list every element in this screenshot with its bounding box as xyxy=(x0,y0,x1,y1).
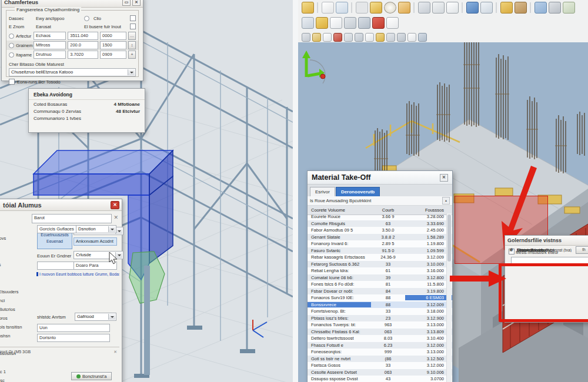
form-dropdown[interactable]: Dsnotion xyxy=(76,225,116,233)
material-list-item[interactable]: essarr Ue Butcrlos xyxy=(0,305,35,314)
select-icon[interactable] xyxy=(344,33,353,42)
takeoff-row[interactable]: Fonaoros Surv19 I0E: 88 6 ESM03 xyxy=(308,294,452,301)
takeoff-row[interactable]: Fabor Asmodtus 09 5 3.50.0 2.45.000 xyxy=(308,227,452,234)
folder-icon[interactable] xyxy=(302,2,314,14)
takeoff-row[interactable]: Foneoseorqtos: 999 3.13.000 xyxy=(308,349,452,356)
dorisnto-field[interactable]: Dorisnto xyxy=(37,334,110,342)
undo-red-icon[interactable] xyxy=(333,33,342,42)
toolbar-separator[interactable] xyxy=(462,2,463,13)
takeoff-tab[interactable]: Esrivor xyxy=(310,187,335,196)
value-field-2[interactable]: 0909 xyxy=(100,51,126,59)
takeoff-row[interactable]: Pbtass losz's btles: 23 3.12.900 xyxy=(308,315,452,322)
calc-icon[interactable] xyxy=(386,33,395,42)
value-field-2[interactable]: 1500 xyxy=(100,41,126,49)
material-list-item[interactable]: Ufruatoo xyxy=(0,225,35,234)
user-blue-icon[interactable] xyxy=(466,2,479,14)
alarm-red-icon[interactable] xyxy=(372,17,385,29)
gear-icon[interactable] xyxy=(302,33,310,42)
frame-icon[interactable] xyxy=(323,33,332,42)
plug-icon[interactable] xyxy=(397,33,406,42)
name-field[interactable]: Echaos xyxy=(34,32,66,40)
toolbar-separator[interactable] xyxy=(351,2,352,13)
value-field-2[interactable]: 0000 xyxy=(100,32,126,40)
clip-icon[interactable] xyxy=(312,33,321,42)
value-field[interactable]: 3511.040 xyxy=(68,32,98,40)
material-list-item[interactable]: usthoans xyxy=(0,252,35,260)
wrench-icon[interactable] xyxy=(549,2,561,14)
takeoff-row[interactable]: Rebar kasoagris Ertsctaoss 24.36-9 3.12.… xyxy=(308,254,452,261)
pencil-icon[interactable] xyxy=(534,2,547,14)
takeoff-row[interactable]: Genant Slatale 3.8.8 2 1.58.289 xyxy=(308,234,452,241)
toolbar-separator[interactable] xyxy=(317,2,318,13)
material-list-item[interactable]: Wfemsun Etsuuders xyxy=(0,287,35,296)
chart-icon[interactable] xyxy=(302,17,314,29)
close-icon[interactable]: ✕ xyxy=(440,174,448,182)
row-button[interactable]: ↕ xyxy=(128,41,136,49)
components-icon[interactable] xyxy=(418,2,430,14)
material-list-item[interactable]: a dtss s strsc xyxy=(0,376,35,382)
takeoff-titlebar[interactable]: Material Take-Off ✕ xyxy=(308,171,452,185)
checkbox-icon[interactable] xyxy=(130,15,136,21)
options-dialog-titlebar[interactable]: Golerndsrfilie vistnss xyxy=(505,236,588,246)
takeoff-row[interactable]: Fasuro Svtanlc 91.5 0 1.09.599 xyxy=(308,247,452,254)
takeoff-row[interactable]: Fonanctos Tuverps: bt: 963 3.13.000 xyxy=(308,321,452,329)
radio-icon[interactable] xyxy=(9,43,14,48)
material-list-item[interactable]: uat lnens xyxy=(0,279,35,287)
table-icon[interactable] xyxy=(365,33,374,42)
archive-icon[interactable] xyxy=(344,17,356,29)
window-small-icon[interactable] xyxy=(407,33,416,42)
material-list-item[interactable]: ngssek booros xyxy=(0,314,35,323)
takeoff-row[interactable]: Fsetsca Gosos 33 3.12.000 xyxy=(308,362,452,369)
row-button[interactable]: + xyxy=(128,51,136,59)
copy-icon[interactable] xyxy=(480,2,493,14)
chevron-down-icon[interactable] xyxy=(108,314,115,320)
browse-icon[interactable] xyxy=(130,24,136,29)
takeoff-row[interactable]: Comotte Rbsguts 63 3.33.690 xyxy=(308,220,452,227)
clock-icon[interactable] xyxy=(384,2,396,14)
column-header-amount[interactable]: Fousssos xyxy=(405,207,452,213)
takeoff-row[interactable]: Dettero tswrtrctssoost 8.03 3.10.400 xyxy=(308,335,452,342)
document-icon[interactable] xyxy=(386,17,399,29)
material-list-item[interactable]: soufls ssrac 1 xyxy=(0,367,35,376)
value-field[interactable]: 3.7020 xyxy=(68,51,98,59)
material-list-item[interactable]: sct soo xyxy=(0,358,35,367)
takeoff-row[interactable]: Chrssatbc Fbstass 6 Kal: 063 3.13.809 xyxy=(308,329,452,336)
value-field[interactable]: 200.0 xyxy=(68,41,98,49)
open-folder-icon[interactable] xyxy=(370,2,382,14)
toolbar-separator[interactable] xyxy=(530,2,531,13)
takeoff-tab[interactable]: Deronooverutb xyxy=(336,187,380,196)
user-gold-icon[interactable] xyxy=(500,2,513,14)
material-list-item[interactable]: tshatt Brlus xyxy=(0,260,35,269)
takeoff-row[interactable]: Cesolte Asseere Dvtset 063 9.10.006 xyxy=(308,369,452,376)
takeoff-row[interactable]: Fomrtsivenop. Bt: 33 3.18.000 xyxy=(308,308,452,315)
pin-icon[interactable]: ✕ xyxy=(113,215,118,220)
radio-icon[interactable] xyxy=(84,16,89,21)
name-field[interactable]: Mfiross xyxy=(34,41,66,49)
takeoff-row[interactable]: Eourete Rouce 3.66 9 3.28.000 xyxy=(308,213,452,220)
takeoff-row[interactable]: Rebat Lengha tdra: 61 3.16.000 xyxy=(308,267,452,274)
material-list-item[interactable]: ndsormt xyxy=(0,340,35,349)
search-input[interactable]: Barot xyxy=(32,214,112,223)
takeoff-row[interactable]: Gotl ss bstr ne nvbrt (86 3.12.500 xyxy=(308,356,452,363)
takeoff-row[interactable]: Dssupso ssposse Dvsst 43 3.0700 xyxy=(308,376,452,382)
search-icon[interactable] xyxy=(432,2,445,14)
checkbox-icon[interactable] xyxy=(9,79,15,85)
column-header-item[interactable]: Coorete Voluome xyxy=(308,207,371,213)
hammer-icon[interactable] xyxy=(514,2,527,14)
empty-field[interactable] xyxy=(37,262,76,270)
vertical-scrollbar[interactable] xyxy=(446,213,452,382)
name-field[interactable]: Drutnuo xyxy=(34,51,66,59)
window-icon[interactable] xyxy=(336,2,348,14)
material-list-item[interactable]: dsnsorfluenci xyxy=(0,296,35,305)
undo-icon[interactable] xyxy=(398,2,410,14)
key-icon[interactable] xyxy=(376,33,385,42)
account-field[interactable]: Ankxxvaum Acodnt xyxy=(74,237,117,246)
row-button[interactable]: th xyxy=(576,246,588,254)
chevron-down-icon[interactable] xyxy=(128,69,135,75)
material-dialog-titlebar[interactable]: tóial Alumus ✕ xyxy=(0,199,122,211)
minimize-icon[interactable]: ▭ xyxy=(122,0,131,6)
toolbar-separator[interactable] xyxy=(413,2,415,13)
finish-combobox[interactable]: Gafriood xyxy=(75,313,116,321)
material-list-item[interactable]: uot Esnsslovs xyxy=(0,234,35,243)
takeoff-row[interactable]: Fhascs Fotsutl e 6.23 3.12.000 xyxy=(308,342,452,349)
